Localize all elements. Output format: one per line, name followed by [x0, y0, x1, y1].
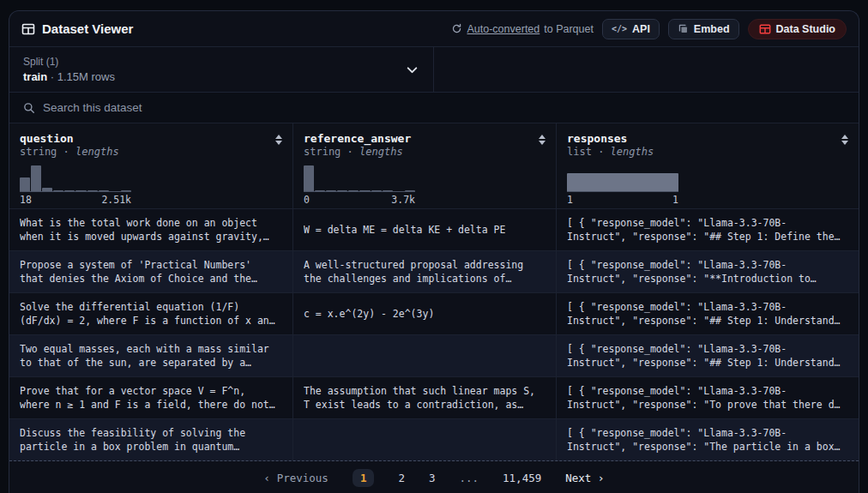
cell-responses[interactable]: [ { "response_model": "Llama-3.3-70B- In… — [557, 209, 859, 250]
split-name: train — [23, 70, 47, 83]
table-row[interactable]: Two equal masses, each with a mass simil… — [9, 335, 859, 377]
column-header-question[interactable]: question string · lengths 18 2.51k — [9, 123, 293, 208]
column-type: string · lengths — [304, 146, 411, 158]
split-row: Split (1) train · 1.15M rows — [9, 47, 859, 93]
sort-icon[interactable] — [539, 135, 546, 145]
column-name: question — [20, 132, 119, 145]
page-title: Dataset Viewer — [42, 21, 133, 36]
table-row[interactable]: What is the total work done on an object… — [9, 209, 859, 251]
auto-converted-link[interactable]: Auto-converted — [467, 23, 539, 35]
table-row[interactable]: Propose a system of 'Practical Numbers' … — [9, 251, 859, 293]
next-page-button[interactable]: Next › — [565, 472, 604, 484]
cell-responses[interactable]: [ { "response_model": "Llama-3.3-70B- In… — [557, 377, 859, 418]
column-name: responses — [567, 132, 654, 145]
hist-max-label: 3.7k — [391, 194, 415, 206]
column-name: reference_answer — [304, 132, 411, 145]
hist-max-label: 2.51k — [101, 194, 131, 206]
hist-min-label: 18 — [20, 194, 32, 206]
embed-button[interactable]: Embed — [668, 19, 739, 39]
column-type: string · lengths — [20, 146, 119, 158]
cell-responses[interactable]: [ { "response_model": "Llama-3.3-70B- In… — [557, 335, 859, 376]
column-header-responses[interactable]: responses list · lengths 1 1 — [557, 123, 859, 208]
data-studio-table-icon — [759, 23, 771, 35]
hist-max-label: 1 — [672, 194, 678, 206]
length-histogram-responses[interactable]: 1 1 — [567, 165, 678, 206]
sort-icon[interactable] — [841, 135, 848, 145]
length-histogram-reference-answer[interactable]: 0 3.7k — [304, 165, 415, 206]
hist-min-label: 0 — [304, 194, 310, 206]
split-selector[interactable]: Split (1) train · 1.15M rows — [9, 47, 434, 92]
sort-icon[interactable] — [275, 135, 282, 145]
table-row[interactable]: Prove that for a vector space V = F^n, w… — [9, 377, 859, 419]
page-button-3[interactable]: 3 — [429, 472, 436, 484]
page-button-2[interactable]: 2 — [398, 472, 405, 484]
table-row[interactable]: Discuss the feasibility of solving the p… — [9, 419, 859, 461]
split-count-label: Split (1) — [23, 56, 115, 68]
split-rows-count: 1.15M rows — [57, 70, 115, 83]
page-ellipsis: ... — [459, 472, 479, 484]
hist-min-label: 1 — [567, 194, 573, 206]
cell-responses[interactable]: [ { "response_model": "Llama-3.3-70B- In… — [557, 293, 859, 334]
page-button-last[interactable]: 11,459 — [503, 472, 541, 484]
search-icon — [23, 102, 35, 114]
table-row[interactable]: Solve the differential equation (1/F) (d… — [9, 293, 859, 335]
pagination: ‹ Previous 1 2 3 ... 11,459 Next › — [9, 461, 859, 493]
search-input[interactable]: Search this dataset — [9, 93, 859, 123]
auto-converted-status: Auto-converted to Parquet — [451, 23, 593, 35]
split-value: train · 1.15M rows — [23, 70, 115, 83]
page-button-current[interactable]: 1 — [353, 469, 375, 487]
length-histogram-question[interactable]: 18 2.51k — [20, 165, 131, 206]
cell-reference-answer[interactable]: The assumption that such linear maps S, … — [293, 377, 557, 418]
cell-question[interactable]: Two equal masses, each with a mass simil… — [9, 335, 293, 376]
table-body: What is the total work done on an object… — [9, 209, 859, 461]
cell-reference-answer[interactable] — [293, 419, 557, 460]
code-icon: </> — [612, 24, 627, 33]
dataset-viewer-card: Dataset Viewer Auto-converted to Parquet… — [9, 10, 859, 493]
cell-question[interactable]: Solve the differential equation (1/F) (d… — [9, 293, 293, 334]
api-button[interactable]: </> API — [602, 19, 660, 39]
cell-question[interactable]: What is the total work done on an object… — [9, 209, 293, 250]
cell-reference-answer[interactable]: A well-structured proposal addressing th… — [293, 251, 557, 292]
search-placeholder: Search this dataset — [43, 101, 142, 114]
split-separator: · — [51, 70, 54, 83]
column-header-reference-answer[interactable]: reference_answer string · lengths 0 3.7k — [293, 123, 557, 208]
cell-responses[interactable]: [ { "response_model": "Llama-3.3-70B- In… — [557, 251, 859, 292]
data-studio-button[interactable]: Data Studio — [748, 19, 847, 39]
chevron-right-icon: › — [598, 472, 605, 484]
cell-question[interactable]: Prove that for a vector space V = F^n, w… — [9, 377, 293, 418]
cell-question[interactable]: Discuss the feasibility of solving the p… — [9, 419, 293, 460]
previous-page-button[interactable]: ‹ Previous — [263, 472, 329, 484]
titlebar: Dataset Viewer Auto-converted to Parquet… — [9, 11, 859, 47]
cell-reference-answer[interactable]: c = x.e^(2y) - 2e^(3y) — [293, 293, 557, 334]
sync-icon — [451, 23, 462, 34]
cell-reference-answer[interactable]: W = delta ME = delta KE + delta PE — [293, 209, 557, 250]
chevron-left-icon: ‹ — [263, 472, 270, 484]
chevron-down-icon — [405, 63, 419, 77]
table-header: question string · lengths 18 2.51k refer… — [9, 123, 859, 209]
cell-reference-answer[interactable] — [293, 335, 557, 376]
embed-icon — [678, 23, 689, 34]
auto-converted-suffix: to Parquet — [544, 23, 594, 35]
cell-question[interactable]: Propose a system of 'Practical Numbers' … — [9, 251, 293, 292]
cell-responses[interactable]: [ { "response_model": "Llama-3.3-70B- In… — [557, 419, 859, 460]
table-grid-icon — [21, 22, 35, 36]
column-type: list · lengths — [567, 146, 654, 158]
